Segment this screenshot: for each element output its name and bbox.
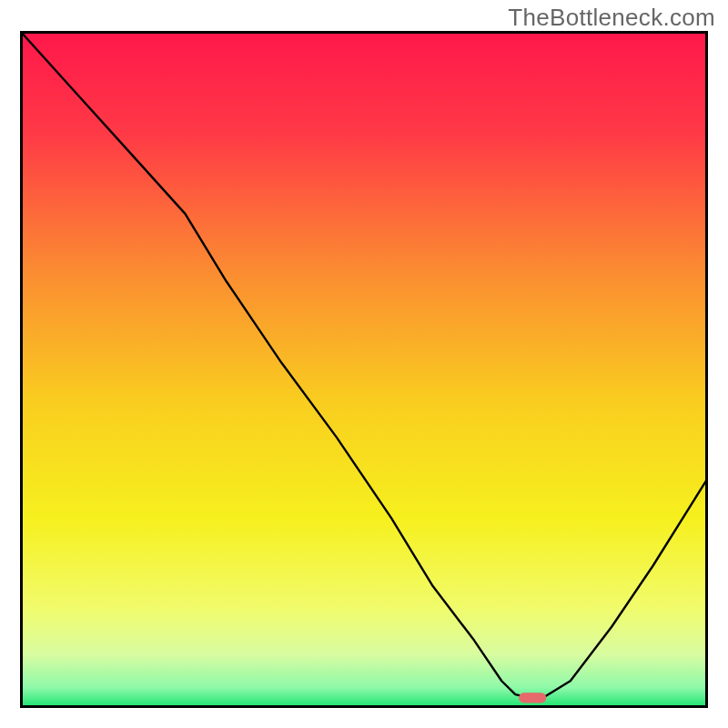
watermark-text: TheBottleneck.com	[508, 4, 715, 32]
chart-svg	[20, 31, 708, 708]
chart-frame	[20, 31, 708, 708]
optimal-marker	[519, 693, 546, 703]
chart-background	[20, 31, 708, 708]
chart-container: TheBottleneck.com	[0, 0, 728, 728]
